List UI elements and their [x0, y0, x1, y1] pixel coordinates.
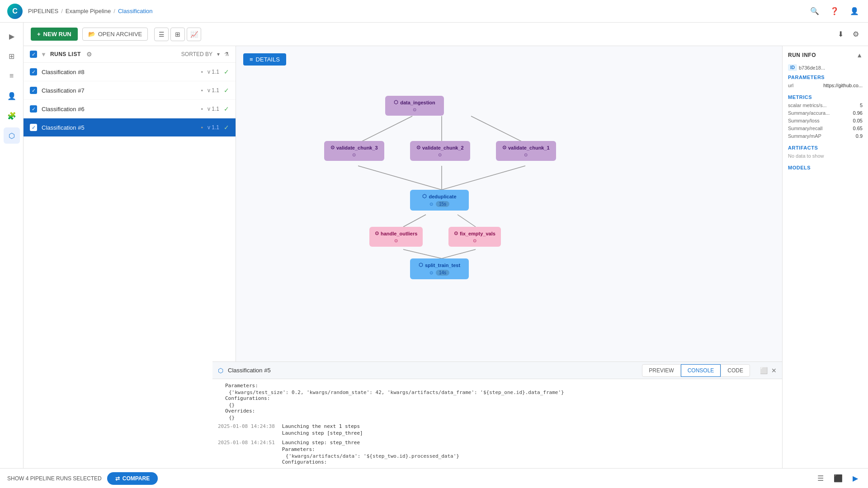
node-validate-chunk-3[interactable]: ⊙ validate_chunk_3 ⊙	[324, 141, 384, 161]
example-pipeline-link[interactable]: Example Pipeline	[66, 8, 111, 14]
metric-scalar-val: 5	[860, 103, 863, 108]
metric-recall-key: Summary/recall	[788, 126, 822, 131]
run-item-active[interactable]: ✓ Classification #5 • v 1.1 ✓	[24, 118, 236, 137]
tab-preview[interactable]: PREVIEW	[642, 364, 680, 377]
details-btn-label: DETAILS	[256, 56, 280, 63]
runs-settings-icon[interactable]: ⚙	[86, 51, 92, 58]
metric-accuracy-row: Summary/accura... 0.96	[788, 110, 863, 116]
status-bar-icons: ☰ ⬛ ▶	[815, 472, 861, 484]
metric-scalar-key: scalar metrics/s...	[788, 103, 827, 108]
sidebar-icon-pipeline[interactable]: ⬡	[4, 127, 20, 144]
node-status-fix-empty-vals: ⊙	[454, 238, 495, 243]
console-expand-btn[interactable]: ⬜	[760, 367, 768, 374]
status-bar: SHOW 4 PIPELINE RUNS SELECTED ⇄ COMPARE …	[0, 468, 868, 488]
node-status-handle-outliers: ⊙	[375, 238, 417, 243]
metric-accuracy-key: Summary/accura...	[788, 110, 830, 116]
sidebar-icon-puzzle[interactable]: 🧩	[4, 108, 20, 124]
view-grid-btn[interactable]: ⊞	[170, 28, 185, 41]
sidebar-icon-person[interactable]: 👤	[4, 88, 20, 104]
log-entry: 2025-01-08 14:24:51 Launching step: step…	[218, 440, 777, 466]
user-btn[interactable]: 👤	[848, 5, 861, 17]
svg-line-9	[442, 249, 476, 258]
node-meta-split-train-test: ⊙ 14s	[416, 270, 462, 276]
node-validate-chunk-2[interactable]: ⊙ validate_chunk_2 ⊙	[410, 141, 470, 161]
console-actions: ⬜ ✕	[760, 367, 777, 374]
run-status-icon: ✓	[224, 105, 229, 113]
search-btn[interactable]: 🔍	[808, 5, 821, 17]
run-checkbox[interactable]: ✓	[30, 68, 37, 75]
log-sub: {'kwargs/artifacts/data': '${step_two.id…	[286, 453, 777, 459]
param-url-row: url https://github.co...	[788, 83, 863, 88]
settings-btn[interactable]: ⚙	[851, 28, 861, 40]
sorted-by-dropdown[interactable]: ▾	[217, 51, 220, 57]
view-list-btn[interactable]: ☰	[154, 28, 169, 41]
run-checkbox[interactable]: ✓	[30, 105, 37, 113]
metric-map-key: Summary/mAP	[788, 133, 821, 139]
runs-header: ✓ ▼ RUNS LIST ⚙ SORTED BY ▾ ⚗	[24, 46, 236, 63]
svg-line-5	[442, 166, 525, 190]
run-checkbox-active[interactable]: ✓	[30, 124, 37, 131]
node-icon-validate-chunk-1: ⊙	[502, 145, 506, 150]
models-section: MODELS	[788, 165, 863, 170]
node-validate-chunk-1[interactable]: ⊙ validate_chunk_1 ⊙	[496, 141, 556, 161]
runs-expand-icon[interactable]: ▼	[41, 51, 47, 58]
sidebar-icon-arrow[interactable]: ▶	[4, 28, 20, 44]
svg-line-6	[403, 215, 426, 227]
top-nav-right: 🔍 ❓ 👤	[808, 5, 861, 17]
console-header: ⬡ Classification #5 PREVIEW CONSOLE CODE…	[212, 362, 782, 379]
runs-select-all-checkbox[interactable]: ✓	[30, 51, 37, 58]
runs-selected-text: SHOW 4 PIPELINE RUNS SELECTED	[7, 475, 102, 482]
console-title: Classification #5	[228, 367, 271, 374]
top-nav: C PIPELINES / Example Pipeline / Classif…	[0, 0, 868, 23]
console-tabs: PREVIEW CONSOLE CODE	[642, 364, 750, 377]
log-time: 2025-01-08 14:24:51	[218, 440, 275, 466]
tab-code[interactable]: CODE	[721, 364, 750, 377]
metric-accuracy-val: 0.96	[853, 110, 863, 116]
node-label-fix-empty-vals: fix_empty_vals	[460, 231, 495, 236]
run-dot-active: •	[201, 124, 203, 131]
open-archive-label: OPEN ARCHIVE	[98, 31, 142, 38]
run-dot: •	[201, 87, 203, 94]
node-deduplicate[interactable]: ⬡ deduplicate ⊙ 15s	[410, 190, 469, 211]
info-panel-collapse-btn[interactable]: ▲	[856, 52, 863, 59]
compare-label: COMPARE	[123, 475, 150, 482]
run-item[interactable]: ✓ Classification #7 • v 1.1 ✓	[24, 81, 236, 100]
node-fix-empty-vals[interactable]: ⊙ fix_empty_vals ⊙	[448, 227, 501, 247]
log-content: Parameters: {'kwargs/test_size': 0.2, 'k…	[225, 383, 777, 421]
log-sub: {}	[229, 415, 777, 421]
download-btn[interactable]: ⬇	[836, 28, 845, 40]
status-stop-btn[interactable]: ⬛	[831, 472, 845, 484]
new-run-button[interactable]: + NEW RUN	[31, 28, 78, 41]
filter-icon[interactable]: ⚗	[224, 51, 229, 57]
view-buttons: ☰ ⊞ 📈	[154, 28, 201, 41]
status-play-btn[interactable]: ▶	[850, 472, 861, 484]
archive-icon: 📂	[88, 31, 95, 38]
status-list-btn[interactable]: ☰	[815, 472, 826, 484]
run-item[interactable]: ✓ Classification #6 • v 1.1 ✓	[24, 100, 236, 118]
pipelines-link[interactable]: PIPELINES	[28, 8, 58, 14]
run-item[interactable]: ✓ Classification #8 • v 1.1 ✓	[24, 63, 236, 81]
details-button[interactable]: ≡ DETAILS	[243, 53, 286, 66]
log-line: Overrides:	[225, 408, 777, 414]
log-sub: {}	[229, 402, 777, 408]
run-version: v 1.1	[208, 87, 219, 94]
open-archive-button[interactable]: 📂 OPEN ARCHIVE	[82, 28, 148, 41]
node-status-data-ingestion: ⊙	[392, 107, 438, 112]
log-line: Configurations:	[225, 395, 777, 401]
help-btn[interactable]: ❓	[828, 5, 841, 17]
console-close-btn[interactable]: ✕	[771, 367, 777, 374]
compare-button[interactable]: ⇄ COMPARE	[107, 472, 158, 485]
toolbar-right: ⬇ ⚙	[836, 28, 861, 40]
node-status-validate-chunk-2: ⊙	[416, 152, 464, 157]
node-handle-outliers[interactable]: ⊙ handle_outliers ⊙	[369, 227, 423, 247]
run-checkbox[interactable]: ✓	[30, 87, 37, 94]
deduplicate-timer: 15s	[436, 201, 449, 207]
node-data-ingestion[interactable]: ⬡ data_ingestion ⊙	[385, 96, 444, 116]
view-chart-btn[interactable]: 📈	[187, 28, 201, 41]
sidebar-icon-grid[interactable]: ⊞	[4, 48, 20, 64]
metric-recall-row: Summary/recall 0.65	[788, 126, 863, 131]
tab-console[interactable]: CONSOLE	[681, 364, 721, 377]
node-split-train-test[interactable]: ⬡ split_train_test ⊙ 14s	[410, 258, 469, 279]
svg-line-2	[471, 116, 525, 143]
sidebar-icon-layers[interactable]: ≡	[4, 68, 20, 84]
